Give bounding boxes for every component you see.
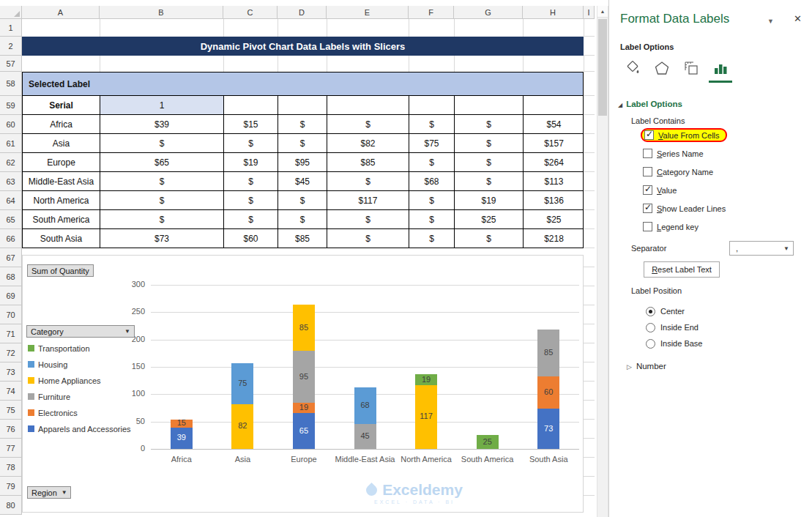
pane-options-caret-icon[interactable]: ▼ <box>767 18 774 25</box>
row-header-62[interactable]: 62 <box>0 153 22 172</box>
separator-dropdown[interactable]: , ▼ <box>729 241 794 256</box>
value-cell[interactable]: $157 <box>524 134 583 152</box>
row-header-72[interactable]: 72 <box>0 343 22 362</box>
value-cell[interactable]: $85 <box>278 229 327 248</box>
value-cell[interactable]: $264 <box>524 153 583 171</box>
scroll-thumb[interactable] <box>598 19 607 116</box>
column-header-A[interactable]: A <box>22 6 100 19</box>
data-label[interactable]: 73 <box>537 424 559 433</box>
data-label[interactable]: 39 <box>171 433 193 442</box>
value-cell[interactable]: $ <box>409 153 455 171</box>
row-header-2[interactable]: 2 <box>0 37 22 56</box>
region-cell[interactable]: Africa <box>23 115 100 133</box>
row-header-76[interactable]: 76 <box>0 420 22 439</box>
region-cell[interactable]: South America <box>23 210 100 228</box>
category-field-button[interactable]: Category ▼ <box>26 325 135 338</box>
number-section-header[interactable]: ▷Number <box>627 362 666 371</box>
column-header-G[interactable]: G <box>454 6 523 19</box>
pivot-chart[interactable]: 0501001502002503003915Africa8275Asia6519… <box>22 255 584 513</box>
row-header-65[interactable]: 65 <box>0 210 22 229</box>
reset-label-text-button[interactable]: Reset Label Text <box>644 261 720 278</box>
row-header-57[interactable]: 57 <box>0 56 22 72</box>
checkbox-show-leader-lines[interactable]: ✓Show Leader Lines <box>643 203 730 221</box>
row-header-63[interactable]: 63 <box>0 172 22 191</box>
value-cell[interactable]: $75 <box>409 134 455 152</box>
size-properties-icon[interactable] <box>681 59 701 78</box>
data-label[interactable]: 82 <box>231 421 253 430</box>
vertical-scrollbar[interactable]: ▲ <box>597 6 608 517</box>
value-cell[interactable]: $ <box>224 134 278 152</box>
column-header-I[interactable]: I <box>584 6 595 19</box>
value-cell[interactable]: $ <box>327 229 409 248</box>
legend-item-home-appliances[interactable]: Home Appliances <box>28 376 131 385</box>
value-cell[interactable]: $ <box>100 191 224 209</box>
row-header-66[interactable]: 66 <box>0 229 22 248</box>
row-header-78[interactable]: 78 <box>0 458 22 477</box>
table-cell[interactable] <box>327 96 409 114</box>
select-all-corner[interactable] <box>0 6 22 19</box>
value-cell[interactable]: $60 <box>224 229 278 248</box>
value-cell[interactable]: $136 <box>524 191 583 209</box>
value-cell[interactable]: $117 <box>327 191 409 209</box>
serial-header-cell[interactable]: Serial <box>23 96 100 114</box>
checkbox-icon[interactable]: ✓ <box>644 130 654 140</box>
row-header-74[interactable]: 74 <box>0 382 22 401</box>
data-label[interactable]: 117 <box>415 412 437 420</box>
table-title-cell[interactable]: Selected Label <box>23 72 583 96</box>
region-cell[interactable]: Asia <box>23 134 100 152</box>
data-label[interactable]: 19 <box>293 403 315 412</box>
data-label[interactable]: 60 <box>537 387 559 396</box>
table-cell[interactable] <box>409 96 455 114</box>
row-header-64[interactable]: 64 <box>0 191 22 210</box>
column-header-D[interactable]: D <box>278 6 327 19</box>
checkbox-icon[interactable] <box>643 222 652 231</box>
data-label[interactable]: 19 <box>415 375 437 384</box>
value-cell[interactable]: $ <box>455 229 524 248</box>
value-cell[interactable]: $45 <box>278 172 327 190</box>
column-header-H[interactable]: H <box>523 6 584 19</box>
row-header-69[interactable]: 69 <box>0 286 22 305</box>
value-cell[interactable]: $ <box>409 229 455 248</box>
value-cell[interactable]: $15 <box>224 115 278 133</box>
radio-icon[interactable] <box>646 339 655 349</box>
value-cell[interactable]: $54 <box>524 115 583 133</box>
row-header-73[interactable]: 73 <box>0 362 22 382</box>
data-label[interactable]: 85 <box>537 348 559 357</box>
row-header-61[interactable]: 61 <box>0 134 22 153</box>
value-cell[interactable]: $39 <box>100 115 224 133</box>
value-cell[interactable]: $ <box>409 191 455 209</box>
legend-item-transportation[interactable]: Transportation <box>28 343 131 353</box>
value-cell[interactable]: $ <box>327 172 409 190</box>
region-cell[interactable]: Europe <box>23 153 100 171</box>
value-cell[interactable]: $ <box>100 172 224 190</box>
value-cell[interactable]: $ <box>100 134 224 152</box>
column-header-E[interactable]: E <box>327 6 409 19</box>
legend-item-housing[interactable]: Housing <box>28 360 131 369</box>
value-cell[interactable]: $95 <box>278 153 327 171</box>
data-label[interactable]: 25 <box>477 437 499 446</box>
checkbox-category-name[interactable]: Category Name <box>643 166 730 185</box>
scroll-up-icon[interactable]: ▲ <box>597 6 608 18</box>
checkbox-icon[interactable] <box>643 149 652 158</box>
region-field-button[interactable]: Region ▼ <box>27 486 71 499</box>
legend-item-electronics[interactable]: Electronics <box>28 408 131 417</box>
data-label[interactable]: 95 <box>293 372 315 381</box>
table-cell[interactable] <box>224 96 278 114</box>
value-cell[interactable]: $25 <box>524 210 583 228</box>
label-options-section-header[interactable]: ◢Label Options <box>618 100 682 108</box>
table-cell[interactable] <box>524 96 583 114</box>
label-options-chart-icon[interactable] <box>710 59 731 78</box>
value-cell[interactable]: $19 <box>224 153 278 171</box>
checkbox-legend-key[interactable]: Legend key <box>643 221 730 239</box>
checkbox-value[interactable]: ✓Value <box>643 185 730 203</box>
data-label[interactable]: 65 <box>293 426 315 435</box>
value-cell[interactable]: $ <box>455 172 524 190</box>
checkbox-value-from-cells[interactable]: ✓Value From Cells <box>643 130 730 148</box>
value-cell[interactable]: $82 <box>327 134 409 152</box>
table-cell[interactable] <box>455 96 524 114</box>
value-cell[interactable]: $ <box>327 115 409 133</box>
value-cell[interactable]: $ <box>455 134 524 152</box>
value-cell[interactable]: $ <box>278 134 327 152</box>
value-cell[interactable]: $85 <box>327 153 409 171</box>
data-label[interactable]: 85 <box>293 323 315 332</box>
